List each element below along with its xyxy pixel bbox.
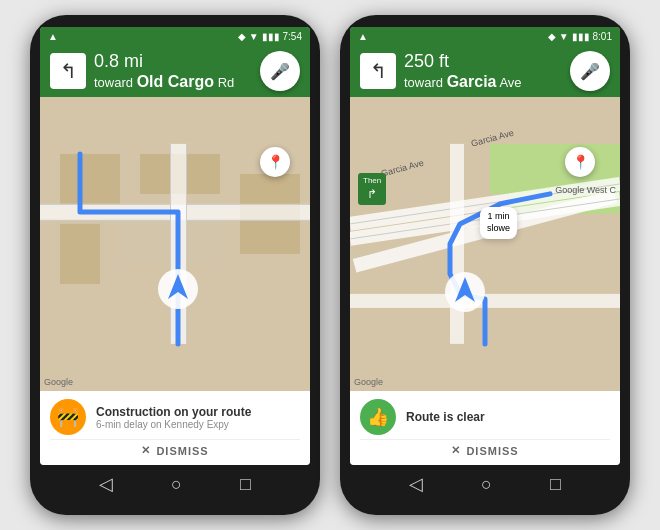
signal-icon-1: ▼ [249,31,259,42]
notif-icon-1: 🚧 [50,399,86,435]
phone-2-screen: ▲ ◆ ▼ ▮▮▮ 8:01 ↰ 250 ft toward Garcia Av… [350,27,620,465]
traffic-bubble: 1 min slowe [480,207,517,238]
wifi-icon-2: ◆ [548,31,556,42]
nav-info-2: 250 ft toward Garcia Ave [404,51,562,91]
notif-main-2: 👍 Route is clear [360,399,610,435]
notif-title-1: Construction on your route [96,405,251,419]
then-label: Then [363,176,381,186]
dismiss-label-1: DISMISS [156,445,208,457]
battery-icon-2: ▮▮▮ [572,31,590,42]
signal-icon-2: ▼ [559,31,569,42]
phone-2: ▲ ◆ ▼ ▮▮▮ 8:01 ↰ 250 ft toward Garcia Av… [340,15,630,515]
street-2: toward Garcia Ave [404,72,562,91]
svg-rect-4 [60,224,100,284]
notif-text-1: Construction on your route 6-min delay o… [96,405,251,430]
map-area-1: 📍 Google [40,97,310,391]
map-svg-1 [40,97,310,391]
dismiss-2[interactable]: ✕ DISMISS [360,439,610,457]
phone-bottom-2: ◁ ○ □ [350,465,620,503]
notif-text-2: Route is clear [406,410,485,424]
notification-1: 🚧 Construction on your route 6-min delay… [40,391,310,465]
status-left-icon-2: ▲ [358,31,368,42]
svg-rect-16 [490,144,520,194]
nav-header-2: ↰ 250 ft toward Garcia Ave 🎤 [350,45,620,97]
status-left-icon-1: ▲ [48,31,58,42]
notif-icon-2: 👍 [360,399,396,435]
svg-rect-1 [60,154,120,204]
svg-rect-10 [170,144,171,344]
distance-2: 250 ft [404,51,562,72]
notification-2: 👍 Route is clear ✕ DISMISS [350,391,620,465]
then-indicator: Then ↱ [358,173,386,205]
phone-1-screen: ▲ ◆ ▼ ▮▮▮ 7:54 ↰ 0.8 mi toward Old Cargo… [40,27,310,465]
back-button-1[interactable]: ◁ [99,473,113,495]
traffic-line2: slowe [487,223,510,233]
notif-title-2: Route is clear [406,410,485,424]
phone-1: ▲ ◆ ▼ ▮▮▮ 7:54 ↰ 0.8 mi toward Old Cargo… [30,15,320,515]
traffic-line1: 1 min [488,211,510,221]
phone-bottom-1: ◁ ○ □ [40,465,310,503]
nav-header-1: ↰ 0.8 mi toward Old Cargo Rd 🎤 [40,45,310,97]
turn-arrow-2: ↰ [360,53,396,89]
notif-subtitle-1: 6-min delay on Kennedy Expy [96,419,251,430]
notif-main-1: 🚧 Construction on your route 6-min delay… [50,399,300,435]
street-1: toward Old Cargo Rd [94,72,252,91]
street-suffix-2: Ave [499,75,521,90]
google-label-1: Google [44,377,73,387]
street-name-2: Garcia [447,73,497,90]
time-1: 7:54 [283,31,302,42]
mic-button-2[interactable]: 🎤 [570,51,610,91]
home-button-2[interactable]: ○ [481,474,492,495]
mic-button-1[interactable]: 🎤 [260,51,300,91]
svg-rect-11 [186,144,187,344]
status-icons-1: ◆ ▼ ▮▮▮ 7:54 [238,31,302,42]
recent-button-1[interactable]: □ [240,474,251,495]
nav-info-1: 0.8 mi toward Old Cargo Rd [94,51,252,91]
home-button-1[interactable]: ○ [171,474,182,495]
dismiss-label-2: DISMISS [466,445,518,457]
road-label-google: Google West C [555,185,616,195]
wifi-icon-1: ◆ [238,31,246,42]
location-pin-2: 📍 [565,147,595,177]
status-bar-2: ▲ ◆ ▼ ▮▮▮ 8:01 [350,27,620,45]
battery-icon-1: ▮▮▮ [262,31,280,42]
dismiss-x-1: ✕ [141,444,151,457]
then-arrow: ↱ [367,187,377,203]
location-pin-1: 📍 [260,147,290,177]
google-label-2: Google [354,377,383,387]
toward-1: toward [94,75,133,90]
street-name-1: Old Cargo [137,73,214,90]
status-icons-2: ◆ ▼ ▮▮▮ 8:01 [548,31,612,42]
distance-1: 0.8 mi [94,51,252,72]
toward-2: toward [404,75,443,90]
turn-arrow-1: ↰ [50,53,86,89]
back-button-2[interactable]: ◁ [409,473,423,495]
street-suffix-1: Rd [218,75,235,90]
time-2: 8:01 [593,31,612,42]
status-bar-1: ▲ ◆ ▼ ▮▮▮ 7:54 [40,27,310,45]
map-area-2: Then ↱ [350,97,620,391]
dismiss-x-2: ✕ [451,444,461,457]
recent-button-2[interactable]: □ [550,474,561,495]
dismiss-1[interactable]: ✕ DISMISS [50,439,300,457]
